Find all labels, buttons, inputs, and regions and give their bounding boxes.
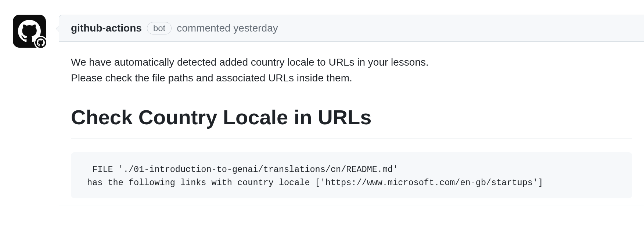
comment-action: commented	[177, 22, 233, 34]
code-block: FILE './01-introduction-to-genai/transla…	[71, 152, 632, 199]
github-logo-icon	[37, 38, 45, 47]
github-sub-avatar	[34, 36, 47, 49]
section-heading: Check Country Locale in URLs	[71, 102, 632, 139]
comment-meta: commented yesterday	[177, 22, 278, 34]
intro-line-2: Please check the file paths and associat…	[71, 70, 632, 86]
comment-author-link[interactable]: github-actions	[71, 22, 142, 34]
comment-header: github-actions bot commented yesterday	[59, 15, 644, 42]
avatar-wrapper[interactable]	[13, 15, 46, 48]
comment-body: We have automatically detected added cou…	[59, 42, 644, 206]
avatar-column	[13, 0, 46, 206]
comment-timestamp-link[interactable]: yesterday	[233, 22, 278, 34]
comment-container: github-actions bot commented yesterday W…	[0, 0, 644, 206]
bot-badge: bot	[147, 22, 172, 34]
comment-column: github-actions bot commented yesterday W…	[59, 0, 644, 206]
comment-box: github-actions bot commented yesterday W…	[59, 15, 644, 206]
intro-text: We have automatically detected added cou…	[71, 54, 632, 86]
intro-line-1: We have automatically detected added cou…	[71, 54, 632, 70]
